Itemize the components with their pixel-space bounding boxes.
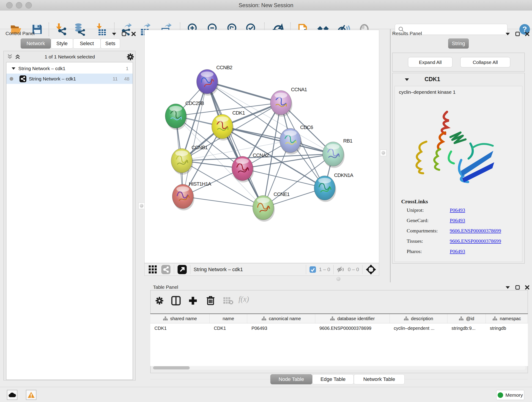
column-header-@id[interactable]: @id [447,314,486,323]
crosslink-row: Compartments:9606.ENSP00000378699 [407,228,519,234]
network-collection-count: 1 [126,66,128,71]
table-cell[interactable]: CDK1 [150,323,210,333]
column-header-name[interactable]: name [210,314,247,323]
node-label: CDK1 [232,110,245,116]
column-header-shared-name[interactable]: shared name [150,314,210,323]
table-panel-collapse-icon[interactable] [505,286,510,289]
network-row-selected[interactable]: String Network – cdk1 11 48 [6,74,133,84]
control-panel-tabs: NetworkStyleSelectSets [21,38,120,49]
tab-network-table[interactable]: Network Table [354,374,405,384]
network-edge[interactable] [183,82,207,196]
table-cell[interactable]: P06493 [247,323,315,333]
table-body: CDK1CDK1P064939606.ENSP00000378699cyclin… [150,323,528,333]
tab-select[interactable]: Select [73,38,101,49]
results-panel-collapse-icon[interactable] [505,32,510,36]
column-header-label: canonical name [269,316,301,321]
column-header-canonical-name[interactable]: canonical name [247,314,315,323]
network-node-cdk1[interactable]: CDK1 [212,110,245,140]
network-node-ccna1[interactable]: CCNA1 [270,87,307,117]
import-table-icon[interactable] [95,23,108,36]
right-splitter-handle[interactable] [380,150,386,156]
table-hscrollbar-thumb[interactable] [153,366,190,370]
column-header-label: name [223,316,234,321]
table-row[interactable]: CDK1CDK1P064939606.ENSP00000378699cyclin… [150,323,528,333]
network-edge-count: 48 [124,76,129,82]
node-table: shared namenamecanonical namedatabase id… [150,313,528,366]
separator [362,265,362,274]
tab-sets[interactable]: Sets [101,38,120,49]
import-network-database-icon[interactable] [73,23,86,36]
control-panel-float-icon[interactable] [122,32,126,36]
crosslink-value-link[interactable]: 9606.ENSP00000378699 [450,238,501,244]
column-header-label: shared name [170,316,197,321]
crosslinks-list: Uniprot:P06493GeneCard:P06493Compartment… [407,207,519,259]
node-label: RB1 [343,138,353,144]
expand-all-button[interactable]: Expand All [408,57,452,67]
table-gear-icon[interactable] [155,296,164,305]
table-cell[interactable]: cyclin–dependent ... [389,323,447,333]
shared-column-icon [261,316,266,321]
tree-expand-icon[interactable] [12,67,16,70]
network-options-gear-icon[interactable] [127,53,134,61]
table-cell[interactable]: stringdb:9... [447,323,486,333]
column-header-namespac[interactable]: namespac [486,314,528,323]
string-network-icon-gray[interactable] [161,265,171,274]
tab-string[interactable]: String [448,38,469,49]
crosslink-value-link[interactable]: P06493 [450,207,465,213]
control-panel-collapse-icon[interactable] [112,32,117,36]
hidden-eye-icon[interactable] [337,266,345,273]
tab-edge-table[interactable]: Edge Table [312,374,354,384]
results-panel-float-icon[interactable] [515,32,520,36]
network-node-hist1h1a[interactable]: HIST1H1A [172,181,211,211]
network-node-cdkn1a[interactable]: CDKN1A [314,172,354,202]
column-header-label: database identifier [337,316,375,321]
bottom-splitter-handle[interactable] [336,277,341,281]
table-cell[interactable]: 9606.ENSP00000378699 [315,323,389,333]
network-node-ccnb2[interactable]: CCNB2 [196,65,232,96]
separator [190,265,190,274]
show-columns-icon[interactable] [171,296,181,306]
selected-checkbox-icon[interactable] [309,266,316,273]
results-panel-close-icon[interactable] [525,32,530,36]
create-column-icon[interactable] [188,296,198,306]
import-network-file-icon[interactable] [55,23,67,36]
gene-details: cyclin–dependent kinase 1 CrossLinks Uni… [394,86,522,262]
left-splitter-handle[interactable] [138,203,145,209]
tab-network[interactable]: Network [21,38,51,49]
network-canvas[interactable]: CCNB2CCNA1CDC25BCDK1CDC6RB1CCNB1CCNA2CDK… [144,30,379,263]
fit-selected-crosshair-icon[interactable] [366,264,376,275]
warnings-button[interactable] [26,390,36,400]
birdseye-grid-icon[interactable] [148,265,157,274]
memory-button[interactable]: Memory [496,390,524,400]
delete-column-trash-icon[interactable] [206,295,215,306]
tab-style[interactable]: Style [51,38,73,49]
crosslink-value-link[interactable]: P06493 [450,217,465,223]
network-edge[interactable] [183,196,263,208]
results-panel-title: Results Panel [392,31,422,36]
network-collection-row[interactable]: String Network – cdk1 1 [6,63,133,74]
network-node-cdc25b[interactable]: CDC25B [165,100,204,130]
status-bar: Memory [0,387,532,402]
crosslink-value-link[interactable]: P06493 [450,249,465,254]
table-cell[interactable]: stringdb [486,323,528,333]
gene-collapse-icon[interactable] [404,78,409,81]
function-builder-icon: f(x) [239,295,249,303]
separator [306,265,306,274]
crosslink-value-link[interactable]: 9606.ENSP00000378699 [450,228,501,234]
shared-column-icon [404,316,409,321]
control-panel-close-icon[interactable] [131,32,136,36]
cloud-button[interactable] [7,390,17,400]
string-app-icon [19,75,27,83]
table-hscrollbar-track[interactable] [152,366,526,370]
tab-node-table[interactable]: Node Table [270,374,312,384]
column-header-database-identifier[interactable]: database identifier [315,314,389,323]
separator [174,265,174,274]
collapse-all-button[interactable]: Collapse All [460,57,510,67]
open-external-icon[interactable] [177,265,187,274]
table-panel-float-icon[interactable] [515,285,520,290]
network-edge[interactable] [207,82,263,208]
network-node-rb1[interactable]: RB1 [323,138,353,168]
table-cell[interactable]: CDK1 [210,323,247,333]
table-panel-close-icon[interactable] [525,285,530,290]
column-header-description[interactable]: description [390,314,447,323]
